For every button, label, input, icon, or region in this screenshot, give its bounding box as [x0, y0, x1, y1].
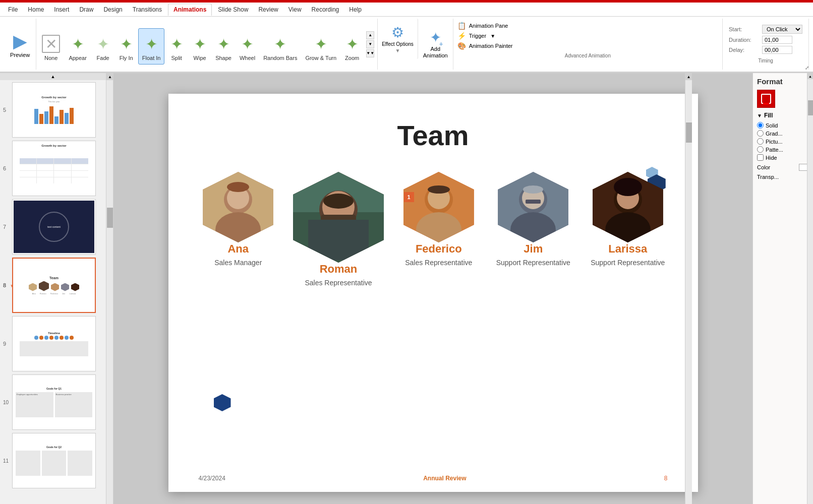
slide-thumb-10[interactable]: Goals for Q1 Employee opportunities Busi…: [12, 374, 96, 430]
panel-scroll-track[interactable]: [106, 80, 113, 504]
format-scroll-thumb[interactable]: [808, 100, 813, 115]
duration-row: Duration:: [729, 36, 802, 44]
roman-photo: [293, 172, 384, 263]
animation-list: ✕ None ✦ Appear ✦ Fade ✦ Fly In: [36, 19, 378, 70]
slide-item-11[interactable]: 11 Goals for Q2: [12, 433, 96, 488]
anim-none[interactable]: ✕ None: [38, 28, 64, 65]
larissa-photo-container: [593, 172, 663, 242]
menu-review[interactable]: Review: [254, 5, 282, 14]
panel-scroll-thumb[interactable]: [107, 208, 113, 228]
format-scroll-track[interactable]: [807, 79, 813, 504]
anim-wipe[interactable]: ✦ Wipe: [189, 28, 211, 65]
slide-item-5[interactable]: 5 Growth by sector This bar year: [12, 82, 96, 138]
svg-point-16: [428, 185, 450, 194]
trigger-btn[interactable]: ⚡ Trigger ▼: [457, 31, 718, 41]
format-panel: ▲ ▼ Format ▼ Fill Solid: [752, 73, 813, 504]
slide-thumb-7[interactable]: text content: [12, 199, 96, 255]
timing-section: Start: On Click Duration: Delay: Timing: [723, 19, 809, 70]
format-scroll-up[interactable]: ▲: [807, 73, 813, 79]
fill-picture-radio[interactable]: [757, 138, 764, 145]
slide-item-8[interactable]: 8 ★ Team: [12, 258, 96, 313]
fly-in-icon: ✦: [120, 35, 133, 53]
start-select[interactable]: On Click: [762, 25, 802, 34]
team-member-ana: Ana Sales Manager: [199, 172, 278, 267]
add-animation-section[interactable]: ✦+ Add Animation: [418, 19, 453, 70]
slide-thumb-8[interactable]: Team AnaRomanFedericoJimLarissa: [12, 258, 96, 313]
scroll-up-btn[interactable]: ▲: [366, 31, 374, 39]
transparency-label: Transp...: [757, 174, 779, 180]
slide-num-11: 11: [3, 458, 9, 464]
expand-ribbon-btn[interactable]: ⤢: [805, 65, 809, 71]
canvas-scroll-thumb[interactable]: [686, 122, 692, 143]
advanced-animation-section: 📋 Animation Pane ⚡ Trigger ▼ 🎨 Animation…: [453, 19, 723, 70]
menu-transitions[interactable]: Transitions: [129, 5, 166, 14]
anim-fly-in[interactable]: ✦ Fly In: [115, 28, 137, 65]
slide-item-9[interactable]: 9 Timeline: [12, 316, 96, 371]
preview-button[interactable]: ▶ Preview: [10, 31, 30, 58]
none-icon: ✕: [42, 35, 60, 53]
anim-shape[interactable]: ✦ Shape: [212, 28, 235, 65]
fill-gradient-radio[interactable]: [757, 130, 764, 137]
menu-insert[interactable]: Insert: [50, 5, 73, 14]
slide-thumb-content-7: text content: [14, 201, 94, 253]
slide-thumb-5[interactable]: Growth by sector This bar year: [12, 82, 96, 138]
anim-wheel[interactable]: ✦ Wheel: [236, 28, 259, 65]
slide-thumb-6[interactable]: Growth by sector: [12, 141, 96, 196]
menu-slideshow[interactable]: Slide Show: [214, 5, 252, 14]
anim-appear[interactable]: ✦ Appear: [65, 28, 91, 65]
canvas-scroll-up[interactable]: ▲: [685, 73, 692, 80]
slide-thumb-11[interactable]: Goals for Q2: [12, 433, 96, 488]
menu-animations[interactable]: Animations: [168, 4, 212, 16]
animation-painter-icon: 🎨: [457, 42, 466, 50]
fill-hide-checkbox[interactable]: [757, 154, 764, 161]
fill-solid-option: Solid: [757, 122, 809, 129]
menu-view[interactable]: View: [284, 5, 306, 14]
scroll-down-btn[interactable]: ▼: [366, 40, 374, 48]
slide-canvas[interactable]: Team 1: [168, 94, 698, 492]
slide-item-6[interactable]: 6 Growth by sector: [12, 141, 96, 196]
shape-label: Shape: [215, 55, 231, 61]
menu-file[interactable]: File: [4, 5, 22, 14]
appear-label: Appear: [69, 55, 86, 61]
slide-scroll-up[interactable]: ▲: [0, 73, 106, 80]
menu-recording[interactable]: Recording: [308, 5, 343, 14]
format-fill-icon-btn[interactable]: [757, 90, 775, 108]
fill-pattern-radio[interactable]: [757, 146, 764, 153]
effect-options-button[interactable]: ⚙ Effect Options ▼: [378, 19, 418, 59]
anim-split[interactable]: ✦ Split: [165, 28, 188, 65]
start-row: Start: On Click: [729, 25, 802, 34]
scroll-more-btn[interactable]: ▼▼: [366, 49, 374, 57]
slide-item-7[interactable]: 7 text content: [12, 199, 96, 255]
svg-rect-10: [308, 220, 369, 260]
slide-footer: 4/23/2024 Annual Review 8: [199, 475, 668, 482]
anim-random-bars[interactable]: ✦ Random Bars: [260, 28, 301, 65]
menu-help[interactable]: Help: [345, 5, 366, 14]
fly-in-label: Fly In: [120, 55, 133, 61]
slide-thumb-9[interactable]: Timeline: [12, 316, 96, 371]
fill-collapse-btn[interactable]: ▼ Fill: [757, 112, 809, 119]
format-panel-scrollbar: ▲ ▼: [807, 73, 813, 504]
wheel-label: Wheel: [240, 55, 255, 61]
duration-input[interactable]: [762, 36, 792, 44]
anim-grow-turn[interactable]: ✦ Grow & Turn: [302, 28, 340, 65]
fill-solid-radio[interactable]: [757, 122, 764, 129]
menu-draw[interactable]: Draw: [75, 5, 97, 14]
anim-float-in[interactable]: ✦ Float In: [138, 28, 164, 65]
add-animation-label: Add Animation: [423, 46, 448, 59]
jim-svg: [498, 172, 568, 242]
slide-panel-container: ▲ 5 Growth by sector This bar year: [0, 73, 113, 504]
panel-scroll-up-btn[interactable]: ▲: [106, 73, 113, 80]
random-bars-label: Random Bars: [263, 55, 297, 61]
slide-item-10[interactable]: 10 Goals for Q1 Employee opportunities B…: [12, 374, 96, 430]
anim-zoom[interactable]: ✦ Zoom: [341, 28, 363, 65]
delay-input[interactable]: [762, 46, 792, 54]
advanced-section-label: Advanced Animation: [457, 53, 718, 58]
roman-role: Sales Representative: [305, 279, 372, 287]
animation-pane-btn[interactable]: 📋 Animation Pane: [457, 21, 718, 31]
canvas-scroll-track[interactable]: [685, 80, 692, 504]
menu-home[interactable]: Home: [24, 5, 48, 14]
ana-svg: [203, 172, 273, 242]
animation-painter-btn[interactable]: 🎨 Animation Painter: [457, 41, 718, 51]
anim-fade[interactable]: ✦ Fade: [92, 28, 114, 65]
menu-design[interactable]: Design: [99, 5, 126, 14]
